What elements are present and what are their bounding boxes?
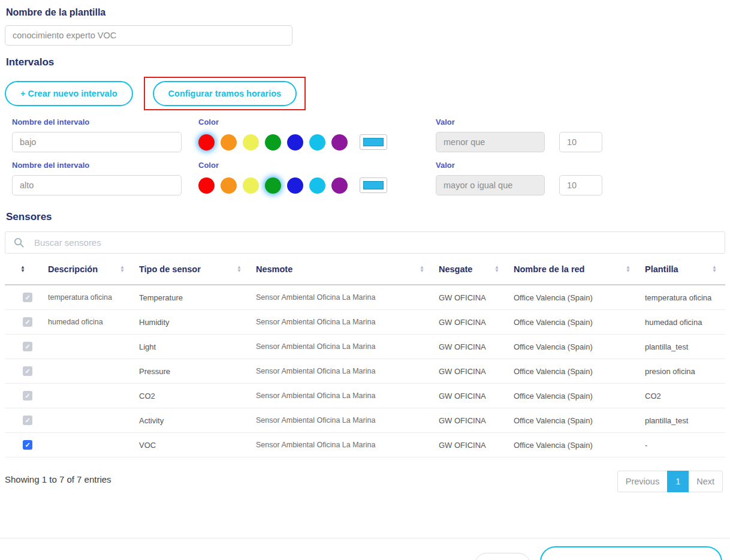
color-label: Color: [198, 118, 397, 127]
color-swatch[interactable]: [331, 134, 348, 150]
sensors-heading: Sensores: [6, 211, 725, 223]
sort-icon: ▲▼: [420, 266, 424, 273]
custom-color-picker[interactable]: [360, 134, 387, 150]
column-header[interactable]: Tipo de sensor▲▼: [133, 264, 250, 274]
table-cell: Office Valencia (Spain): [508, 318, 639, 327]
search-input[interactable]: [5, 231, 725, 254]
sensor-search: [5, 231, 725, 254]
column-header[interactable]: Nombre de la red▲▼: [508, 264, 639, 274]
table-cell: Sensor Ambiental Oficina La Marina: [250, 367, 433, 375]
table-cell: -: [639, 441, 725, 450]
table-row: ✓VOCSensor Ambiental Oficina La MarinaGW…: [5, 433, 725, 457]
row-checkbox[interactable]: ✓: [23, 440, 32, 450]
checkbox-column-sort[interactable]: ▲▼: [5, 266, 42, 273]
color-swatch[interactable]: [221, 177, 237, 194]
table-cell: GW OFICINA: [433, 367, 508, 376]
pagination: Previous 1 Next: [617, 471, 723, 492]
column-header-label: Descripción: [48, 264, 98, 274]
table-cell: Office Valencia (Spain): [508, 367, 639, 376]
table-cell: GW OFICINA: [433, 416, 508, 425]
row-checkbox[interactable]: ✓: [23, 342, 32, 351]
column-header-label: Tipo de sensor: [139, 264, 201, 274]
color-swatch[interactable]: [309, 134, 325, 150]
showing-entries-text: Showing 1 to 7 of 7 entries: [5, 471, 111, 484]
table-cell: Office Valencia (Spain): [508, 293, 639, 302]
color-swatch[interactable]: [221, 134, 237, 150]
column-header[interactable]: Nesgate▲▼: [433, 264, 508, 274]
table-footer: Showing 1 to 7 of 7 entries Previous 1 N…: [5, 471, 725, 492]
column-header-label: Nesmote: [256, 264, 292, 274]
color-swatch[interactable]: [265, 177, 281, 194]
sort-icon: ▲▼: [712, 266, 717, 273]
color-swatch[interactable]: [309, 177, 325, 194]
table-cell: temperatura oficina: [42, 293, 133, 302]
row-checkbox[interactable]: ✓: [23, 366, 32, 376]
row-checkbox[interactable]: ✓: [23, 293, 32, 302]
color-swatch[interactable]: [331, 177, 348, 194]
intervals-heading: Intervalos: [6, 56, 725, 68]
bottom-secondary-button[interactable]: [475, 553, 530, 560]
interval-name-label: Nombre del intervalo: [12, 161, 182, 170]
table-cell: GW OFICINA: [433, 342, 508, 351]
interval-name-input[interactable]: [12, 175, 182, 195]
table-row: ✓ActivitySensor Ambiental Oficina La Mar…: [5, 408, 725, 433]
table-cell: VOC: [133, 441, 250, 450]
custom-color-swatch: [363, 181, 384, 189]
footer-divider: [0, 538, 730, 538]
color-swatch[interactable]: [243, 134, 259, 150]
table-cell: Office Valencia (Spain): [508, 392, 639, 401]
color-swatch[interactable]: [198, 134, 215, 150]
color-swatch[interactable]: [287, 177, 303, 194]
create-interval-button[interactable]: + Crear nuevo intervalo: [5, 81, 133, 106]
template-editor-page: Nombre de la plantilla Intervalos + Crea…: [0, 0, 730, 560]
table-cell: Sensor Ambiental Oficina La Marina: [250, 342, 433, 351]
table-cell: CO2: [639, 392, 725, 401]
table-cell: humedad oficina: [42, 318, 133, 326]
custom-color-picker[interactable]: [360, 177, 387, 193]
template-name-input[interactable]: [5, 25, 292, 46]
table-cell: humedad oficina: [639, 318, 725, 327]
color-swatch[interactable]: [243, 177, 259, 194]
interval-row: Nombre del intervalo Color Valor: [12, 161, 725, 195]
column-header[interactable]: Descripción▲▼: [42, 264, 133, 274]
table-row: ✓humedad oficinaHumiditySensor Ambiental…: [5, 310, 725, 335]
color-palette: [198, 175, 397, 195]
interval-row: Nombre del intervalo Color Valor: [12, 118, 725, 152]
color-swatch[interactable]: [265, 134, 281, 150]
color-palette: [198, 132, 397, 152]
table-row: ✓temperatura oficinaTemperatureSensor Am…: [5, 285, 725, 310]
threshold-input[interactable]: [559, 132, 602, 152]
column-header[interactable]: Nesmote▲▼: [250, 264, 433, 274]
bottom-primary-button[interactable]: [540, 546, 722, 560]
table-cell: GW OFICINA: [433, 441, 508, 450]
valor-label: Valor: [436, 118, 602, 127]
condition-input[interactable]: [436, 132, 545, 152]
table-cell: Humidity: [133, 318, 250, 327]
table-cell: plantilla_test: [639, 416, 725, 425]
current-page-button[interactable]: 1: [667, 471, 689, 492]
color-swatch[interactable]: [287, 134, 303, 150]
table-cell: GW OFICINA: [433, 318, 508, 327]
table-cell: Sensor Ambiental Oficina La Marina: [250, 392, 433, 400]
condition-input[interactable]: [436, 175, 545, 195]
table-cell: Sensor Ambiental Oficina La Marina: [250, 293, 433, 302]
color-swatch[interactable]: [198, 177, 215, 194]
next-page-button[interactable]: Next: [689, 471, 723, 492]
table-cell: CO2: [133, 392, 250, 401]
row-checkbox[interactable]: ✓: [23, 317, 32, 327]
table-cell: GW OFICINA: [433, 392, 508, 401]
custom-color-swatch: [363, 138, 384, 146]
configure-time-slots-button[interactable]: Configurar tramos horarios: [153, 81, 297, 106]
highlight-box: Configurar tramos horarios: [144, 77, 306, 110]
table-cell: Office Valencia (Spain): [508, 441, 639, 450]
row-checkbox[interactable]: ✓: [23, 391, 32, 401]
table-cell: Sensor Ambiental Oficina La Marina: [250, 441, 433, 449]
column-header[interactable]: Plantilla▲▼: [639, 264, 725, 274]
row-checkbox[interactable]: ✓: [23, 416, 32, 425]
sort-icon: ▲▼: [626, 266, 631, 273]
column-header-label: Plantilla: [645, 264, 678, 274]
threshold-input[interactable]: [559, 175, 602, 195]
previous-page-button[interactable]: Previous: [617, 471, 667, 492]
interval-name-input[interactable]: [12, 132, 182, 152]
table-cell: Activity: [133, 416, 250, 425]
